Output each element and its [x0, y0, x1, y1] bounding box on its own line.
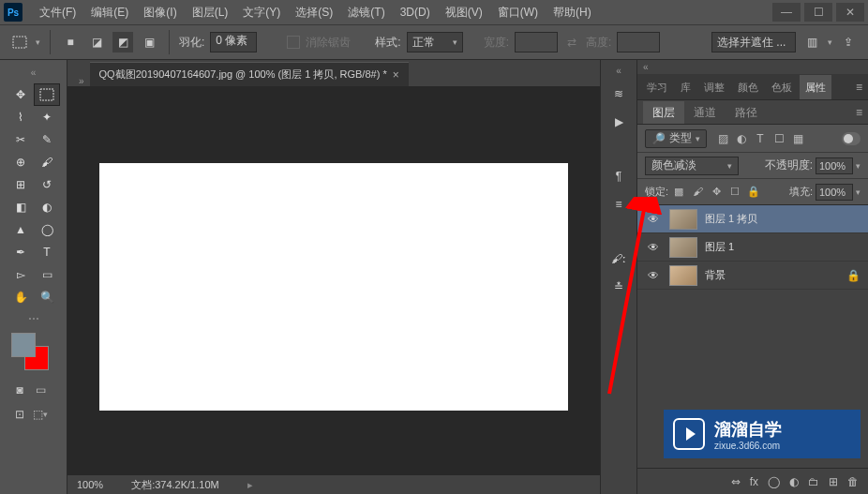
opacity-input[interactable]: 100%: [816, 157, 853, 174]
layer-fx-icon[interactable]: fx: [750, 475, 758, 488]
menu-filter[interactable]: 滤镜(T): [340, 0, 392, 24]
layer-name[interactable]: 图层 1: [705, 240, 861, 254]
layers-menu-icon[interactable]: ≡: [850, 106, 868, 119]
document-tab[interactable]: QQ截图20190407164607.jpg @ 100% (图层 1 拷贝, …: [90, 62, 409, 86]
brush-panel-icon[interactable]: 🖌ː: [605, 247, 633, 271]
link-layers-icon[interactable]: ⇔: [731, 475, 741, 488]
zoom-level[interactable]: 100%: [77, 479, 103, 490]
eraser-tool-icon[interactable]: ◧: [7, 196, 34, 218]
group-icon[interactable]: 🗀: [808, 475, 819, 488]
tool-preset-caret[interactable]: ▾: [36, 37, 40, 47]
selection-add-icon[interactable]: ◪: [86, 32, 107, 52]
lock-all-icon[interactable]: 🔒: [747, 186, 760, 198]
tool-current-marquee-icon[interactable]: [9, 32, 30, 52]
healing-tool-icon[interactable]: ⊕: [7, 151, 34, 173]
layer-thumbnail[interactable]: [669, 265, 697, 286]
type-tool-icon[interactable]: T: [34, 241, 60, 263]
feather-input[interactable]: 0 像素: [210, 32, 257, 52]
layer-row[interactable]: 👁 图层 1 拷贝: [637, 205, 868, 233]
zoom-tool-icon[interactable]: 🔍: [34, 286, 60, 308]
filter-type-icon[interactable]: T: [754, 132, 767, 145]
tab-swatches[interactable]: 色板: [766, 75, 798, 99]
hand-tool-icon[interactable]: ✋: [7, 286, 34, 308]
blur-tool-icon[interactable]: ▲: [7, 218, 34, 241]
quickmask-icon[interactable]: ◙: [11, 382, 28, 398]
pen-tool-icon[interactable]: ✒: [7, 241, 34, 263]
fill-input[interactable]: 100%: [816, 184, 853, 201]
new-layer-icon[interactable]: ⊞: [829, 475, 838, 488]
layer-thumbnail[interactable]: [669, 209, 697, 230]
paragraph-panel-icon[interactable]: ≡: [605, 192, 633, 217]
shape-tool-icon[interactable]: ▭: [34, 263, 60, 286]
move-tool-icon[interactable]: ✥: [7, 83, 34, 106]
marquee-tool-icon[interactable]: [34, 83, 60, 106]
menu-layer[interactable]: 图层(L): [185, 0, 236, 24]
tab-close-icon[interactable]: ×: [393, 68, 399, 82]
fill-caret[interactable]: ▾: [856, 187, 861, 197]
menu-select[interactable]: 选择(S): [288, 0, 340, 24]
style-select[interactable]: 正常▾: [407, 32, 463, 52]
filter-pixel-icon[interactable]: ▨: [716, 132, 729, 145]
visibility-icon[interactable]: 👁: [645, 241, 662, 254]
layer-row[interactable]: 👁 图层 1: [637, 233, 868, 262]
filter-toggle[interactable]: [842, 132, 861, 145]
eyedropper-tool-icon[interactable]: ✎: [34, 128, 60, 151]
screenmode-icon[interactable]: ▭: [32, 382, 49, 398]
filter-adjust-icon[interactable]: ◐: [735, 132, 748, 145]
character-panel-icon[interactable]: ¶: [605, 164, 633, 188]
doc-expand-icon[interactable]: »: [73, 76, 90, 86]
minimize-button[interactable]: —: [772, 3, 801, 22]
lasso-tool-icon[interactable]: ⌇: [7, 106, 34, 128]
canvas[interactable]: [99, 163, 568, 411]
visibility-icon[interactable]: 👁: [645, 269, 662, 282]
menu-view[interactable]: 视图(V): [438, 0, 490, 24]
actions-panel-icon[interactable]: ▶: [605, 110, 633, 134]
lock-image-icon[interactable]: 🖌: [691, 186, 704, 198]
close-button[interactable]: ✕: [836, 3, 864, 22]
dock-expand-icon[interactable]: «: [616, 64, 621, 82]
tab-libraries[interactable]: 库: [675, 75, 696, 99]
menu-edit[interactable]: 编辑(E): [83, 0, 136, 24]
tab-paths[interactable]: 路径: [726, 101, 767, 124]
tab-color[interactable]: 颜色: [732, 75, 764, 99]
foreground-color-swatch[interactable]: [11, 333, 36, 357]
filter-smart-icon[interactable]: ▦: [791, 132, 804, 145]
layer-name[interactable]: 背景: [705, 268, 839, 282]
blend-mode-select[interactable]: 颜色减淡▾: [645, 157, 739, 175]
visibility-icon[interactable]: 👁: [645, 213, 662, 226]
tools-collapse-icon[interactable]: «: [0, 66, 67, 80]
delete-layer-icon[interactable]: 🗑: [847, 475, 859, 488]
lock-artboard-icon[interactable]: ☐: [728, 186, 741, 198]
selection-new-icon[interactable]: ■: [60, 32, 81, 52]
select-and-mask-button[interactable]: 选择并遮住 ...: [711, 32, 796, 52]
menu-image[interactable]: 图像(I): [136, 0, 184, 24]
history-panel-icon[interactable]: ≋: [605, 82, 633, 106]
tab-learn[interactable]: 学习: [641, 75, 673, 99]
menu-type[interactable]: 文字(Y): [235, 0, 288, 24]
layer-mask-icon[interactable]: ◯: [768, 475, 780, 488]
lock-transparent-icon[interactable]: ▩: [672, 186, 685, 198]
crop-tool-icon[interactable]: ✂: [7, 128, 34, 151]
layer-kind-select[interactable]: 🔎类型▾: [645, 129, 707, 148]
workspace-icon[interactable]: ▥: [801, 32, 822, 52]
menu-help[interactable]: 帮助(H): [546, 0, 599, 24]
color-swatches[interactable]: [11, 333, 49, 370]
selection-subtract-icon[interactable]: ◩: [112, 32, 133, 52]
layer-thumbnail[interactable]: [669, 237, 697, 258]
maximize-button[interactable]: ☐: [804, 3, 832, 22]
adjustment-layer-icon[interactable]: ◐: [789, 475, 799, 488]
layer-row[interactable]: 👁 背景 🔒: [637, 262, 868, 290]
selection-intersect-icon[interactable]: ▣: [139, 32, 159, 52]
menu-window[interactable]: 窗口(W): [490, 0, 546, 24]
dodge-tool-icon[interactable]: ◯: [34, 218, 60, 241]
screenmode2-icon[interactable]: ⬚▾: [32, 406, 49, 423]
menu-file[interactable]: 文件(F): [32, 0, 83, 24]
stamp-tool-icon[interactable]: ⊞: [7, 173, 34, 196]
lock-position-icon[interactable]: ✥: [710, 186, 723, 198]
tab-properties[interactable]: 属性: [800, 75, 831, 99]
tab-layers[interactable]: 图层: [643, 101, 684, 124]
layer-name[interactable]: 图层 1 拷贝: [705, 212, 861, 226]
gradient-tool-icon[interactable]: ◐: [34, 196, 60, 218]
doc-info[interactable]: 文档:374.2K/1.10M: [131, 478, 219, 492]
tab-channels[interactable]: 通道: [684, 101, 726, 124]
